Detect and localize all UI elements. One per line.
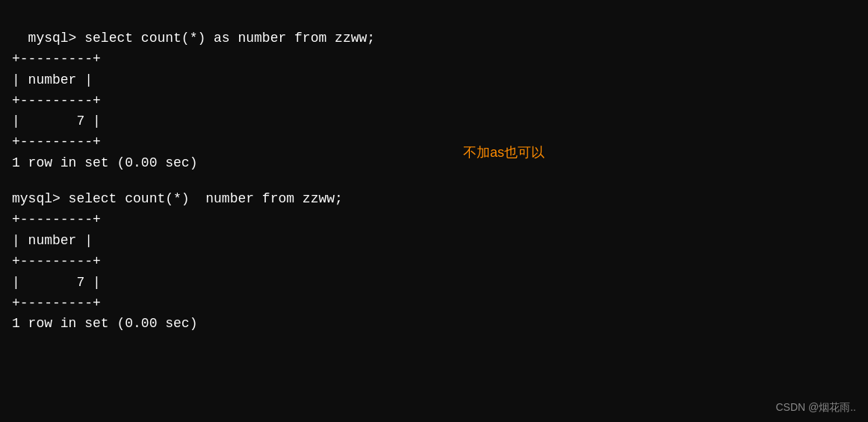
- table-separator-1c: +---------+: [12, 132, 856, 153]
- result-text-2: 1 row in set (0.00 sec): [12, 314, 856, 335]
- terminal-output: mysql> select count(*) as number from zz…: [12, 7, 856, 49]
- table-separator-2a: +---------+: [12, 210, 856, 231]
- table-separator-1a: +---------+: [12, 49, 856, 70]
- table-header-1: | number |: [12, 70, 856, 91]
- command-line-2: mysql> select count(*) number from zzww;: [12, 189, 856, 210]
- table-value-2: | 7 |: [12, 273, 856, 294]
- table-header-2: | number |: [12, 231, 856, 252]
- table-separator-1b: +---------+: [12, 91, 856, 112]
- table-separator-2c: +---------+: [12, 294, 856, 314]
- annotation-text: 不加as也可以: [463, 143, 545, 161]
- table-separator-2b: +---------+: [12, 252, 856, 273]
- watermark-text: CSDN @烟花雨..: [775, 401, 856, 415]
- table-value-1: | 7 |: [12, 111, 856, 132]
- result-text-1: 1 row in set (0.00 sec): [12, 153, 856, 174]
- command-line-1: mysql> select count(*) as number from zz…: [28, 31, 375, 46]
